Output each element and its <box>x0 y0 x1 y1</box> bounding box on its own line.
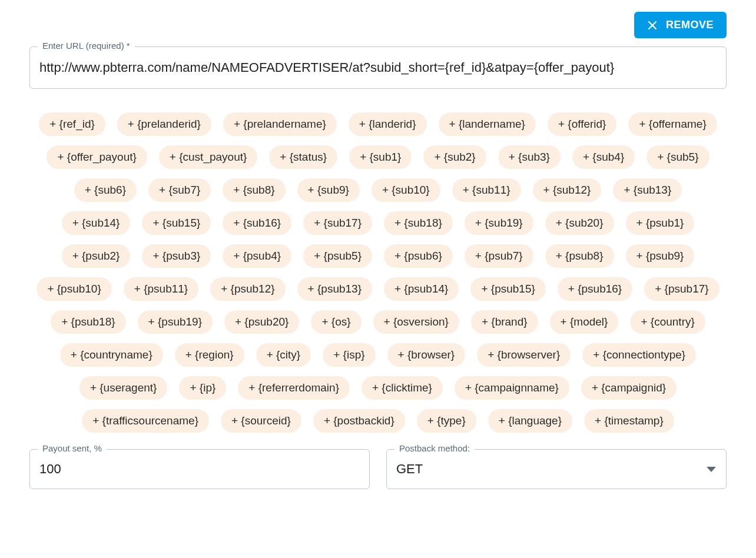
token-chip[interactable]: + {psub15} <box>470 277 545 301</box>
token-chip[interactable]: + {sub19} <box>465 211 533 235</box>
token-chip[interactable]: + {countryname} <box>60 343 163 367</box>
token-chip[interactable]: + {status} <box>269 145 337 169</box>
token-chip[interactable]: + {ip} <box>179 376 226 400</box>
token-chip[interactable]: + {sub1} <box>349 145 412 169</box>
token-chip[interactable]: + {sub7} <box>148 178 211 202</box>
payout-field-label: Payout sent, % <box>38 443 107 453</box>
token-chip[interactable]: + {psub2} <box>62 244 131 268</box>
token-chip[interactable]: + {trafficsourcename} <box>82 409 209 433</box>
token-chip[interactable]: + {campaignname} <box>455 376 569 400</box>
token-chip[interactable]: + {browser} <box>387 343 466 367</box>
token-chip[interactable]: + {sub8} <box>223 178 285 202</box>
token-chip[interactable]: + {psub3} <box>142 244 211 268</box>
token-chip[interactable]: + {psub17} <box>644 277 719 301</box>
url-field-label: Enter URL (required) * <box>38 41 135 51</box>
payout-field-wrapper: Payout sent, % <box>29 449 370 489</box>
token-chip[interactable]: + {psub11} <box>124 277 198 301</box>
token-chip[interactable]: + {sub9} <box>297 178 360 202</box>
token-chip[interactable]: + {landerid} <box>349 112 427 136</box>
method-select[interactable]: GET <box>386 449 727 489</box>
bottom-row: Payout sent, % Postback method: GET <box>29 449 727 489</box>
token-chip[interactable]: + {psub20} <box>224 310 299 334</box>
token-chip[interactable]: + {postbackid} <box>313 409 405 433</box>
token-chip[interactable]: + {sub20} <box>545 211 614 235</box>
token-chip[interactable]: + {osversion} <box>373 310 459 334</box>
token-chip[interactable]: + {sub2} <box>423 145 486 169</box>
token-chip[interactable]: + {psub9} <box>626 244 695 268</box>
token-chip[interactable]: + {region} <box>175 343 244 367</box>
token-chip[interactable]: + {browserver} <box>477 343 571 367</box>
token-chip[interactable]: + {campaignid} <box>581 376 677 400</box>
token-chip[interactable]: + {sub18} <box>384 211 453 235</box>
token-chip[interactable]: + {brand} <box>471 310 538 334</box>
token-chip[interactable]: + {psub14} <box>384 277 459 301</box>
token-chip[interactable]: + {os} <box>311 310 361 334</box>
token-chip[interactable]: + {psub13} <box>297 277 372 301</box>
token-chip[interactable]: + {sub13} <box>613 178 682 202</box>
token-chip[interactable]: + {city} <box>256 343 311 367</box>
token-chip[interactable]: + {sourceid} <box>221 409 301 433</box>
token-chip[interactable]: + {offername} <box>628 112 717 136</box>
token-chip[interactable]: + {sub11} <box>452 178 521 202</box>
token-chip[interactable]: + {country} <box>630 310 705 334</box>
token-chip[interactable]: + {psub1} <box>626 211 695 235</box>
token-chip[interactable]: + {isp} <box>323 343 375 367</box>
token-chip[interactable]: + {sub4} <box>572 145 635 169</box>
payout-input[interactable] <box>29 449 370 489</box>
token-chip[interactable]: + {psub5} <box>303 244 372 268</box>
token-chip[interactable]: + {type} <box>417 409 476 433</box>
token-chip[interactable]: + {sub10} <box>372 178 440 202</box>
token-chip[interactable]: + {timestamp} <box>584 409 674 433</box>
token-chip[interactable]: + {sub17} <box>303 211 372 235</box>
token-chip[interactable]: + {psub12} <box>210 277 285 301</box>
token-chip[interactable]: + {sub6} <box>74 178 137 202</box>
token-chip[interactable]: + {offer_payout} <box>47 145 147 169</box>
method-field-label: Postback method: <box>394 443 475 453</box>
token-chip[interactable]: + {ref_id} <box>39 112 105 136</box>
token-chip[interactable]: + {connectiontype} <box>582 343 696 367</box>
remove-button[interactable]: REMOVE <box>634 12 727 38</box>
token-chip[interactable]: + {sub12} <box>533 178 602 202</box>
token-chip[interactable]: + {sub14} <box>62 211 131 235</box>
token-chip[interactable]: + {psub16} <box>558 277 632 301</box>
close-icon <box>647 20 658 31</box>
token-chip[interactable]: + {useragent} <box>79 376 168 400</box>
token-chip[interactable]: + {sub15} <box>142 211 211 235</box>
token-chip[interactable]: + {psub8} <box>545 244 614 268</box>
token-chip[interactable]: + {offerid} <box>548 112 617 136</box>
remove-button-label: REMOVE <box>666 19 714 31</box>
token-chip[interactable]: + {sub16} <box>223 211 291 235</box>
url-field-wrapper: Enter URL (required) * <box>29 46 727 89</box>
token-chip[interactable]: + {prelanderid} <box>117 112 211 136</box>
token-chips-area: + {ref_id}+ {prelanderid}+ {prelandernam… <box>29 105 727 449</box>
token-chip[interactable]: + {psub6} <box>384 244 453 268</box>
token-chip[interactable]: + {language} <box>488 409 572 433</box>
token-chip[interactable]: + {psub18} <box>51 310 125 334</box>
token-chip[interactable]: + {cust_payout} <box>159 145 258 169</box>
top-row: REMOVE <box>29 12 727 38</box>
token-chip[interactable]: + {model} <box>550 310 619 334</box>
token-chip[interactable]: + {psub19} <box>138 310 213 334</box>
postback-form: REMOVE Enter URL (required) * + {ref_id}… <box>12 0 744 501</box>
token-chip[interactable]: + {prelandername} <box>223 112 337 136</box>
token-chip[interactable]: + {sub5} <box>646 145 709 169</box>
token-chip[interactable]: + {psub4} <box>223 244 291 268</box>
token-chip[interactable]: + {clicktime} <box>362 376 443 400</box>
url-input[interactable] <box>29 46 727 89</box>
token-chip[interactable]: + {psub10} <box>37 277 111 301</box>
token-chip[interactable]: + {psub7} <box>465 244 533 268</box>
token-chip[interactable]: + {sub3} <box>498 145 561 169</box>
method-field-wrapper: Postback method: GET <box>386 449 727 489</box>
token-chip[interactable]: + {referrerdomain} <box>238 376 350 400</box>
token-chip[interactable]: + {landername} <box>439 112 536 136</box>
